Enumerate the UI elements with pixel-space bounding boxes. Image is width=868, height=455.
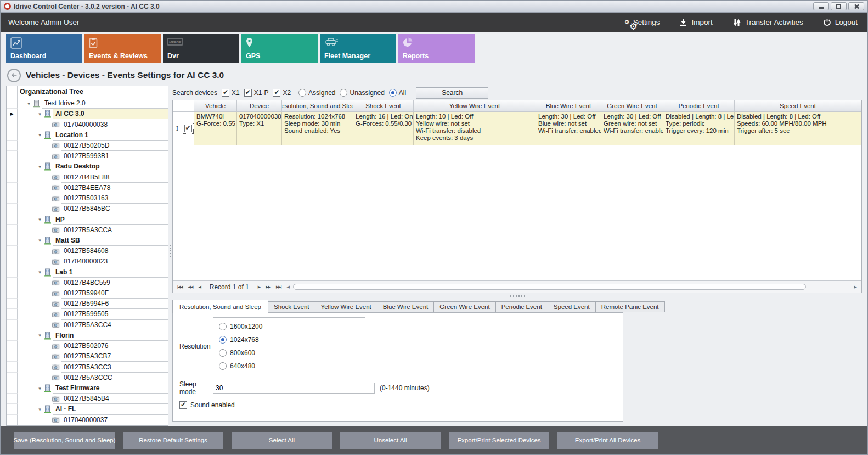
menu-item-settings[interactable]: ⚙⚙Settings [629,18,660,26]
tree-device-label[interactable]: 00127B5845BC [61,203,168,214]
horizontal-scrollbar[interactable] [293,283,851,290]
row-checkbox[interactable]: ✔ [184,125,192,132]
expand-arrow-icon[interactable]: ▾ [25,101,32,106]
tab-shock-event[interactable]: Shock Event [268,301,315,312]
tree-device-label[interactable]: 00127B5A3CC3 [61,361,168,372]
tree-node-label[interactable]: Test Firmware [53,383,168,394]
tab-speed-event[interactable]: Speed Event [548,301,596,312]
tree-device-label[interactable]: 00127B5A3CCA [61,224,168,235]
tab-yellow-wire-event[interactable]: Yellow Wire Event [315,301,377,312]
tree-device-label[interactable]: 017040000038 [61,119,168,130]
expand-arrow-icon[interactable]: ▾ [36,111,43,117]
menu-item-logout[interactable]: Logout [823,18,858,26]
tile-gps[interactable]: GPS [241,34,318,63]
tree-device-label[interactable]: 017040000023 [61,256,168,267]
expand-arrow-icon[interactable]: ▾ [36,238,43,243]
expand-arrow-icon[interactable]: ▾ [36,407,43,412]
tree-device-label[interactable]: 017040000037 [61,414,168,425]
expand-arrow-icon[interactable]: ▾ [36,164,43,170]
footer-button-unselect-all[interactable]: Unselect All [340,432,441,449]
row-select-cell[interactable]: ✔ [182,112,194,145]
tree-device-label[interactable]: 00127B599505 [61,308,168,319]
nav-prev-button[interactable]: ◀ [196,285,202,289]
resolution-option-800x600[interactable]: 800x600 [219,349,365,357]
nav-first-button[interactable]: |◀◀ [175,285,185,289]
tile-reports[interactable]: Reports [398,34,475,63]
tree-device-label[interactable]: 00127B4EEA78 [61,182,168,193]
expand-arrow-icon[interactable]: ▾ [36,333,43,338]
tab-periodic-event[interactable]: Periodic Event [496,301,548,312]
footer-button-export-print-selected-devices[interactable]: Export/Print Selected Devices [449,432,549,449]
hscroll-left-arrow[interactable]: ◀ [285,285,292,289]
filter-radio-all[interactable]: All [389,89,406,97]
resolution-option-1600x1200[interactable]: 1600x1200 [219,323,365,330]
grid-tabs-splitter[interactable] [172,293,862,299]
tree-device-label[interactable]: 00127B503163 [61,193,168,204]
tree-node-label[interactable]: Location 1 [53,130,168,141]
resolution-option-1024x768[interactable]: 1024x768 [219,336,365,344]
tile-fleet-manager[interactable]: Fleet Manager [320,34,396,63]
tree-device-label[interactable]: 00127B5A3CB7 [61,351,168,362]
tree-node-label[interactable]: AI - FL [53,403,168,414]
tree-device-label[interactable]: 00127B584608 [61,245,168,256]
tile-events-reviews[interactable]: Events & Reviews [84,34,161,63]
menu-item-import[interactable]: Import [679,18,712,26]
tree-device-label[interactable]: 00127B5994F6 [61,298,168,309]
tree-node-label[interactable]: Radu Desktop [53,161,168,172]
panel-splitter[interactable] [168,86,172,426]
nav-last-button[interactable]: ▶▶| [274,285,284,289]
search-button[interactable]: Search [416,87,488,99]
hscroll-thumb[interactable] [293,284,806,290]
tree-node-label[interactable]: HP [53,214,168,224]
expand-arrow-icon[interactable]: ▾ [36,386,43,391]
tree-device-label[interactable]: 00127B5A3CCC [61,372,168,383]
footer-button-save-resolution-sound-and-sleep-[interactable]: Save (Resolution, Sound and Sleep) [14,432,115,449]
tab-resolution-sound-and-sleep[interactable]: Resolution, Sound and Sleep [172,300,268,313]
tile-dvr[interactable]: MERGEDvr [163,34,239,63]
tree-device-label[interactable]: 00127B502076 [61,340,168,351]
tree-node-label[interactable]: Matt SB [53,235,168,246]
row-indicator [7,183,18,193]
menu-item-transfer-activities[interactable]: Transfer Activities [732,18,803,27]
minimize-button[interactable] [813,2,829,10]
tile-dashboard[interactable]: Dashboard [6,34,82,63]
tree-device-label[interactable]: 00127B4BC559 [61,277,168,288]
tab-green-wire-event[interactable]: Green Wire Event [434,301,495,312]
sleep-mode-input[interactable] [213,383,375,394]
tree-device-label[interactable]: 00127B59940F [61,288,168,299]
tree-device-label[interactable]: 00127B5A3CC4 [61,319,168,330]
filter-radio-unassigned[interactable]: Unassigned [340,89,384,97]
nav-next-button[interactable]: ▶ [256,285,262,289]
expand-arrow-icon[interactable]: ▾ [36,269,43,275]
tab-remote-panic-event[interactable]: Remote Panic Event [596,301,665,312]
sound-enabled-checkbox[interactable]: ✔ [179,401,187,409]
expand-arrow-icon[interactable]: ▾ [36,132,43,138]
tree-node-label[interactable]: Lab 1 [53,267,168,278]
tree-device-label[interactable]: 00127B4B5F88 [61,172,168,183]
tab-blue-wire-event[interactable]: Blue Wire Event [377,301,434,312]
tree-device-label[interactable]: 00127B5845B4 [61,393,168,404]
footer-button-select-all[interactable]: Select All [232,432,332,449]
filter-checkbox-x1-p[interactable]: ✔X1-P [244,89,269,97]
grid-data-row[interactable]: I✔BMW740iG-Force: 0.55017040000038Type: … [173,112,861,145]
nav-prev-page-button[interactable]: ◀◀ [186,285,195,289]
tree-node-label[interactable]: AI CC 3.0 [53,108,168,119]
tree-row-content: 00127B5A3CCC [18,373,168,383]
nav-next-page-button[interactable]: ▶▶ [263,285,273,289]
hscroll-right-arrow[interactable]: ▶ [852,285,859,289]
tree-device-label[interactable]: 00127B50205D [61,140,168,151]
resolution-option-label: 640x480 [230,362,255,370]
tree-node-label[interactable]: Florin [53,330,168,341]
back-button[interactable] [7,69,21,82]
footer-button-export-print-all-devices[interactable]: Export/Print All Devices [557,432,658,449]
filter-checkbox-x2[interactable]: ✔X2 [273,89,291,97]
filter-radio-assigned[interactable]: Assigned [298,89,335,97]
resolution-option-640x480[interactable]: 640x480 [219,362,365,370]
footer-button-restore-default-settings[interactable]: Restore Default Settings [123,432,223,449]
tree-device-label[interactable]: 00127B5993B1 [61,150,168,161]
filter-checkbox-x1[interactable]: ✔X1 [222,89,240,97]
maximize-button[interactable] [831,2,847,10]
close-button[interactable] [848,2,864,10]
tree-node-label[interactable]: Test Idrive 2.0 [42,98,168,109]
expand-arrow-icon[interactable]: ▾ [36,217,43,222]
